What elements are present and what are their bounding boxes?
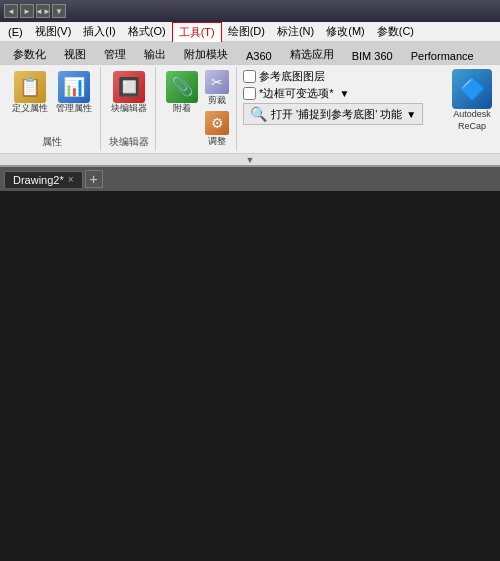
capture-button-label: 打开 '捕捉到参考底图' 功能 (271, 107, 402, 122)
menu-item-insert[interactable]: 插入(I) (77, 22, 121, 41)
capture-reference-button[interactable]: 🔍 打开 '捕捉到参考底图' 功能 ▼ (243, 103, 423, 125)
attr-icons: 📋 定义属性 📊 管理属性 (10, 69, 94, 133)
ribbon-group-block: 🔲 块编辑器 块编辑器 (103, 67, 156, 151)
layer-checkbox[interactable] (243, 70, 256, 83)
block-group-label: 块编辑器 (109, 135, 149, 149)
trim-label: 剪裁 (208, 94, 226, 107)
attach-icon[interactable]: 📎 附着 (164, 69, 200, 116)
block-editor-icon[interactable]: 🔲 块编辑器 (109, 69, 149, 116)
tab-parameterize[interactable]: 参数化 (4, 44, 55, 64)
layer-checkbox-item[interactable]: 参考底图图层 (243, 69, 325, 84)
trim-icon[interactable]: ✂ 剪裁 (204, 69, 230, 108)
menu-item-tools[interactable]: 工具(T) (172, 22, 222, 42)
doc-tab-close-button[interactable]: × (68, 174, 74, 185)
ribbon-tab-bar: 参数化 视图 管理 输出 附加模块 A360 精选应用 BIM 360 Perf… (0, 42, 500, 64)
border-checkbox-item[interactable]: *边框可变选项* (243, 86, 334, 101)
menu-item-view[interactable]: 视图(V) (29, 22, 78, 41)
recap-label2: ReCap (453, 121, 491, 133)
layer-checkbox-label: 参考底图图层 (259, 69, 325, 84)
capture-dropdown-arrow: ▼ (406, 109, 416, 120)
doc-tab-drawing2[interactable]: Drawing2* × (4, 171, 83, 188)
tab-output[interactable]: 输出 (135, 44, 175, 64)
ribbon-expand-button[interactable]: ▼ (0, 153, 500, 165)
border-checkbox[interactable] (243, 87, 256, 100)
back-button[interactable]: ◄ (4, 4, 18, 18)
title-bar-buttons[interactable]: ◄ ► ◄► ▼ (4, 4, 66, 18)
manage-attr-icon[interactable]: 📊 管理属性 (54, 69, 94, 116)
menu-bar: (E) 视图(V) 插入(I) 格式(O) 工具(T) 绘图(D) 标注(N) … (0, 22, 500, 42)
tab-bim360[interactable]: BIM 360 (343, 47, 402, 64)
manage-attr-label: 管理属性 (56, 103, 92, 114)
reference-row3: 🔍 打开 '捕捉到参考底图' 功能 ▼ (243, 103, 438, 125)
nav-button[interactable]: ◄► (36, 4, 50, 18)
title-bar: ◄ ► ◄► ▼ (0, 0, 500, 22)
define-attr-label: 定义属性 (12, 103, 48, 114)
tab-performance[interactable]: Performance (402, 47, 483, 64)
menu-item-params[interactable]: 参数(C) (371, 22, 420, 41)
autodesk-recap-icon[interactable]: 🔷 Autodesk ReCap (448, 67, 496, 151)
capture-icon: 🔍 (250, 106, 267, 122)
reference-row1: 参考底图图层 (243, 69, 438, 84)
block-icons: 🔲 块编辑器 (109, 69, 149, 133)
doc-tab-label: Drawing2* (13, 174, 64, 186)
attach-icons: 📎 附着 ✂ 剪裁 ⚙ 调整 (164, 69, 230, 149)
forward-button[interactable]: ► (20, 4, 34, 18)
tab-addons[interactable]: 附加模块 (175, 44, 237, 64)
attr-group-label: 属性 (42, 135, 62, 149)
ribbon-reference-panel: 参考底图图层 *边框可变选项* ▼ 🔍 打开 '捕捉到参考底图' 功能 ▼ (239, 67, 442, 151)
menu-item-format[interactable]: 格式(O) (122, 22, 172, 41)
block-editor-label: 块编辑器 (111, 103, 147, 114)
recap-label1: Autodesk (453, 109, 491, 121)
menu-item-annotate[interactable]: 标注(N) (271, 22, 320, 41)
menu-item-modify[interactable]: 修改(M) (320, 22, 371, 41)
attach-label: 附着 (173, 103, 191, 114)
tab-view[interactable]: 视图 (55, 44, 95, 64)
ribbon: 参数化 视图 管理 输出 附加模块 A360 精选应用 BIM 360 Perf… (0, 42, 500, 167)
menu-item-e[interactable]: (E) (2, 24, 29, 40)
tab-a360[interactable]: A360 (237, 47, 281, 64)
reference-row2: *边框可变选项* ▼ (243, 86, 438, 101)
ribbon-group-attach: 📎 附着 ✂ 剪裁 ⚙ 调整 (158, 67, 237, 151)
dropdown-arrow: ▼ (340, 88, 350, 99)
expand-arrow-icon: ▼ (246, 155, 255, 165)
tab-manage[interactable]: 管理 (95, 44, 135, 64)
adjust-label: 调整 (208, 135, 226, 148)
add-tab-icon: + (90, 171, 98, 187)
doc-tab-bar: Drawing2* × + (0, 167, 500, 191)
doc-tab-add-button[interactable]: + (85, 170, 103, 188)
down-button[interactable]: ▼ (52, 4, 66, 18)
ribbon-group-attr: 📋 定义属性 📊 管理属性 属性 (4, 67, 101, 151)
menu-item-draw[interactable]: 绘图(D) (222, 22, 271, 41)
tab-featured[interactable]: 精选应用 (281, 44, 343, 64)
border-checkbox-label: *边框可变选项* (259, 86, 334, 101)
define-attr-icon[interactable]: 📋 定义属性 (10, 69, 50, 116)
ribbon-content: 📋 定义属性 📊 管理属性 属性 🔲 块编辑器 块编辑器 (0, 64, 500, 153)
adjust-icon[interactable]: ⚙ 调整 (204, 110, 230, 149)
